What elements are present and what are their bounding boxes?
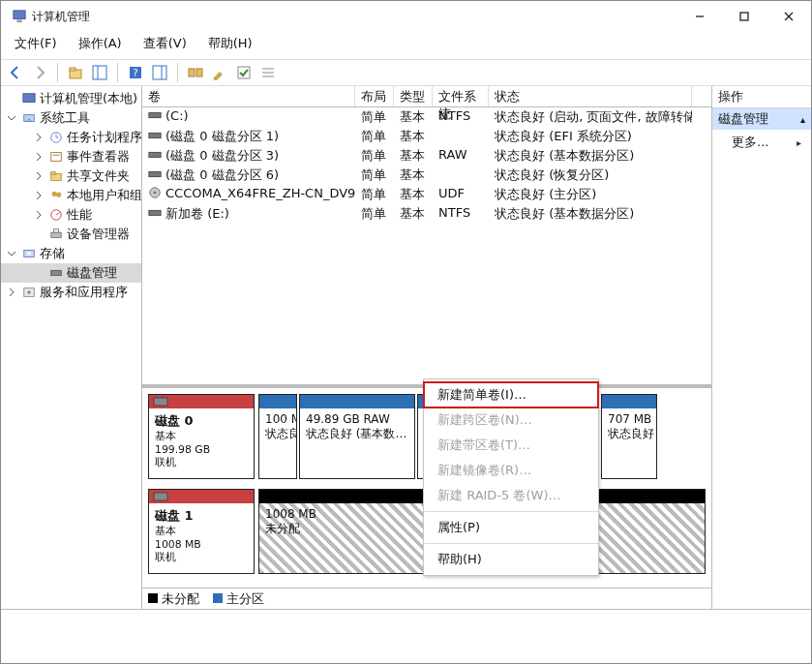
svg-point-45 — [154, 192, 157, 195]
actions-current[interactable]: 磁盘管理▴ — [712, 108, 811, 130]
svg-rect-12 — [153, 66, 166, 79]
statusbar — [1, 609, 811, 663]
svg-rect-41 — [149, 133, 161, 137]
forward-button[interactable] — [29, 62, 50, 83]
tree-system-tools[interactable]: 系统工具 — [1, 108, 141, 128]
svg-rect-8 — [93, 66, 106, 79]
tree-event-viewer[interactable]: 事件查看器 — [1, 147, 141, 166]
tree-root[interactable]: 计算机管理(本地) — [1, 89, 141, 108]
svg-text:?: ? — [133, 68, 137, 78]
svg-point-29 — [52, 192, 57, 196]
col-fs[interactable]: 文件系统 — [433, 86, 489, 106]
context-menu: 新建简单卷(I)… 新建跨区卷(N)… 新建带区卷(T)… 新建镜像卷(R)… … — [423, 378, 599, 576]
volume-row[interactable]: 新加卷 (E:)简单基本NTFS状态良好 (基本数据分区) — [142, 204, 711, 224]
tree-disk-management[interactable]: 磁盘管理 — [1, 263, 141, 283]
list-icon[interactable] — [257, 62, 279, 83]
legend: 未分配 主分区 — [142, 588, 711, 609]
window-title: 计算机管理 — [32, 9, 90, 25]
tree-shared-folders[interactable]: 共享文件夹 — [1, 166, 141, 186]
svg-rect-21 — [24, 115, 35, 122]
up-level-icon[interactable] — [65, 62, 86, 83]
svg-rect-34 — [53, 229, 58, 233]
svg-rect-40 — [149, 112, 161, 117]
titlebar: 计算机管理 — [1, 1, 811, 32]
tree-task-scheduler[interactable]: 任务计划程序 — [1, 128, 141, 147]
tree-services-apps[interactable]: 服务和应用程序 — [1, 283, 141, 302]
svg-rect-15 — [196, 69, 202, 76]
check-icon[interactable] — [233, 62, 255, 83]
svg-rect-47 — [154, 398, 167, 406]
min-button[interactable] — [677, 2, 722, 31]
svg-rect-28 — [51, 172, 55, 175]
svg-rect-3 — [740, 13, 748, 20]
svg-rect-48 — [154, 493, 167, 500]
volume-row[interactable]: (磁盘 0 磁盘分区 3)简单基本RAW状态良好 (基本数据分区) — [142, 146, 711, 166]
svg-rect-1 — [16, 20, 21, 23]
actions-pane: 操作 磁盘管理▴ 更多... — [712, 86, 811, 609]
ctx-new-raid5-volume: 新建 RAID-5 卷(W)… — [424, 483, 598, 508]
volume-row[interactable]: CCCOMA_X64FRE_ZH-CN_DV9 (D:)简单基本UDF状态良好 … — [142, 185, 711, 204]
svg-rect-20 — [23, 94, 35, 103]
console-tree-icon[interactable] — [89, 62, 110, 83]
disk-1-header[interactable]: 磁盘 1 基本 1008 MB 联机 — [148, 489, 255, 574]
col-layout[interactable]: 布局 — [355, 86, 394, 106]
volume-header[interactable]: 卷 布局 类型 文件系统 状态 — [142, 86, 711, 107]
ctx-help[interactable]: 帮助(H) — [424, 547, 598, 572]
svg-point-39 — [27, 290, 31, 294]
volume-row[interactable]: (C:)简单基本NTFS状态良好 (启动, 页面文件, 故障转储, 基本) — [142, 107, 711, 127]
col-status[interactable]: 状态 — [489, 86, 692, 106]
disk0-slot-0[interactable]: 100 M 状态良好 — [258, 394, 297, 479]
ctx-new-mirrored-volume: 新建镜像卷(R)… — [424, 458, 598, 483]
svg-point-30 — [56, 193, 61, 197]
settings-icon[interactable] — [209, 62, 230, 83]
svg-rect-0 — [14, 11, 25, 19]
tree-local-users[interactable]: 本地用户和组 — [1, 186, 141, 205]
svg-rect-16 — [238, 67, 250, 78]
svg-rect-7 — [70, 68, 75, 71]
ctx-properties[interactable]: 属性(P) — [424, 515, 598, 540]
svg-line-32 — [56, 212, 60, 215]
max-button[interactable] — [722, 2, 767, 31]
tree-storage[interactable]: 存储 — [1, 244, 141, 263]
svg-rect-43 — [149, 171, 161, 176]
back-button[interactable] — [5, 62, 26, 83]
app-icon — [13, 10, 26, 23]
close-button[interactable] — [767, 2, 811, 31]
ctx-new-striped-volume: 新建带区卷(T)… — [424, 433, 598, 458]
menu-file[interactable]: 文件(F) — [11, 33, 61, 54]
svg-rect-25 — [51, 153, 62, 162]
actions-header: 操作 — [712, 86, 811, 108]
tree-performance[interactable]: 性能 — [1, 205, 141, 225]
tree-pane[interactable]: 计算机管理(本地) 系统工具 任务计划程序 事件查看器 共享文件夹 本地用户和组… — [1, 86, 142, 609]
volume-row[interactable]: (磁盘 0 磁盘分区 6)简单基本状态良好 (恢复分区) — [142, 166, 711, 185]
refresh-icon[interactable] — [185, 62, 206, 83]
tree-device-manager[interactable]: 设备管理器 — [1, 225, 141, 244]
action-pane-icon[interactable] — [149, 62, 170, 83]
svg-rect-46 — [149, 210, 161, 215]
disk-0-header[interactable]: 磁盘 0 基本 199.98 GB 联机 — [148, 394, 255, 479]
toolbar: ? — [1, 59, 811, 86]
menubar: 文件(F) 操作(A) 查看(V) 帮助(H) — [1, 32, 811, 59]
actions-more[interactable]: 更多... — [712, 130, 811, 155]
volume-list[interactable]: 卷 布局 类型 文件系统 状态 (C:)简单基本NTFS状态良好 (启动, 页面… — [142, 86, 711, 384]
menu-action[interactable]: 操作(A) — [75, 33, 126, 54]
ctx-new-simple-volume[interactable]: 新建简单卷(I)… — [424, 382, 598, 407]
menu-help[interactable]: 帮助(H) — [204, 33, 256, 54]
disk0-slot-3[interactable]: 707 MB 状态良好 — [601, 394, 657, 479]
svg-rect-33 — [51, 232, 62, 237]
volume-row[interactable]: (磁盘 0 磁盘分区 1)简单基本状态良好 (EFI 系统分区) — [142, 127, 711, 146]
col-volume[interactable]: 卷 — [142, 86, 355, 106]
ctx-new-spanned-volume: 新建跨区卷(N)… — [424, 407, 598, 433]
svg-rect-42 — [149, 152, 161, 157]
help-icon[interactable]: ? — [125, 62, 146, 83]
svg-rect-37 — [51, 270, 62, 275]
menu-view[interactable]: 查看(V) — [139, 33, 191, 54]
svg-point-36 — [27, 252, 31, 256]
svg-rect-14 — [189, 69, 195, 76]
disk0-slot-1[interactable]: 49.89 GB RAW 状态良好 (基本数… — [299, 394, 415, 479]
col-type[interactable]: 类型 — [394, 86, 433, 106]
